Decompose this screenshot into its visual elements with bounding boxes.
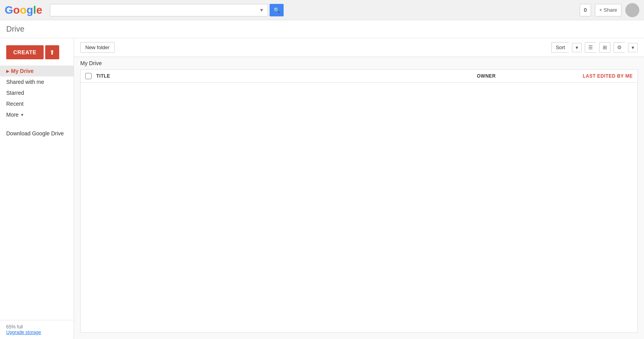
file-toolbar: New folder Sort ▼ ☰ ⊞ ⚙ ▼ xyxy=(74,38,644,57)
upload-button[interactable]: ⬆ xyxy=(45,45,59,59)
col-title-header: TITLE xyxy=(96,73,477,79)
file-area: TITLE OWNER LAST EDITED BY ME xyxy=(80,69,638,333)
sidebar-item-label: Download Google Drive xyxy=(6,130,64,137)
topbar: Google ▼ 🔍 0 + Share xyxy=(0,0,644,20)
search-input-wrapper: ▼ xyxy=(50,4,268,16)
breadcrumb-path: My Drive xyxy=(80,60,102,66)
app-title: Drive xyxy=(6,25,25,34)
sidebar-item-label: Starred xyxy=(6,90,24,96)
sort-button[interactable]: Sort xyxy=(551,42,569,53)
drive-header: Drive xyxy=(0,20,644,38)
sidebar: CREATE ⬆ ▶ My Drive Shared with me Starr… xyxy=(0,38,74,339)
search-button[interactable]: 🔍 xyxy=(270,4,284,16)
new-folder-button[interactable]: New folder xyxy=(80,42,115,53)
sidebar-item-label: Shared with me xyxy=(6,79,44,85)
sidebar-item-label: My Drive xyxy=(11,68,34,74)
sidebar-item-shared-with-me[interactable]: Shared with me xyxy=(0,76,74,87)
nav-arrow-icon: ▶ xyxy=(6,69,9,73)
file-table-header: TITLE OWNER LAST EDITED BY ME xyxy=(81,70,637,83)
col-last-edited-header: LAST EDITED BY ME xyxy=(555,73,633,79)
share-button[interactable]: + Share xyxy=(595,4,621,16)
col-owner-header: OWNER xyxy=(477,73,555,79)
search-icon: 🔍 xyxy=(273,7,280,13)
upload-icon: ⬆ xyxy=(49,49,55,56)
view-grid-button[interactable]: ⊞ xyxy=(599,42,610,53)
chevron-down-icon: ▼ xyxy=(20,113,24,117)
upgrade-storage-link[interactable]: Upgrade storage xyxy=(6,330,41,335)
storage-info: 65% full Upgrade storage xyxy=(0,320,74,339)
search-container: ▼ 🔍 xyxy=(50,4,284,16)
main-content: New folder Sort ▼ ☰ ⊞ ⚙ ▼ My Drive TITLE… xyxy=(74,38,644,339)
settings-button[interactable]: ⚙ xyxy=(614,42,625,53)
search-input[interactable] xyxy=(53,7,258,13)
storage-label: 65% full xyxy=(6,324,67,330)
create-area: CREATE ⬆ xyxy=(0,42,74,62)
sort-dropdown-button[interactable]: ▼ xyxy=(572,43,582,52)
avatar[interactable] xyxy=(625,3,639,17)
notification-button[interactable]: 0 xyxy=(580,4,591,16)
sidebar-item-download[interactable]: Download Google Drive xyxy=(0,128,74,139)
layout: CREATE ⬆ ▶ My Drive Shared with me Starr… xyxy=(0,38,644,339)
sidebar-item-my-drive[interactable]: ▶ My Drive xyxy=(0,66,74,76)
sidebar-item-label: Recent xyxy=(6,101,23,107)
select-all-checkbox[interactable] xyxy=(85,73,92,79)
sidebar-item-recent[interactable]: Recent xyxy=(0,98,74,109)
sidebar-item-label: More xyxy=(6,112,19,118)
google-logo[interactable]: Google xyxy=(5,4,42,16)
search-dropdown-button[interactable]: ▼ xyxy=(258,7,266,13)
sidebar-item-more[interactable]: More ▼ xyxy=(0,109,74,120)
file-empty-area xyxy=(81,83,637,278)
sidebar-item-starred[interactable]: Starred xyxy=(0,87,74,98)
create-button[interactable]: CREATE xyxy=(6,45,44,59)
view-list-button[interactable]: ☰ xyxy=(585,42,596,53)
breadcrumb: My Drive xyxy=(74,57,644,69)
settings-dropdown-button[interactable]: ▼ xyxy=(628,43,638,52)
